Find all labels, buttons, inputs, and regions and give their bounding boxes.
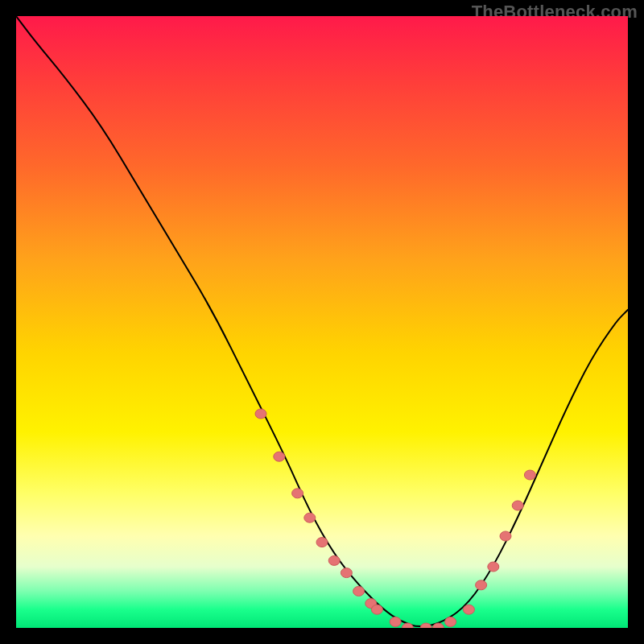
- curve-svg: [16, 16, 628, 628]
- marker-group: [255, 409, 535, 628]
- curve-marker: [402, 623, 413, 628]
- curve-marker: [500, 531, 511, 541]
- curve-marker: [463, 605, 474, 614]
- curve-marker: [341, 568, 352, 578]
- curve-marker: [353, 586, 365, 596]
- curve-marker: [524, 470, 535, 480]
- curve-marker: [476, 580, 487, 590]
- curve-marker: [316, 538, 328, 547]
- curve-marker: [371, 605, 382, 614]
- curve-marker: [292, 489, 303, 498]
- plot-area: [16, 16, 628, 628]
- curve-marker: [390, 617, 401, 626]
- curve-marker: [445, 617, 456, 626]
- curve-marker: [328, 555, 340, 565]
- chart-stage: TheBottleneck.com: [0, 0, 644, 644]
- curve-marker: [512, 501, 523, 510]
- bottleneck-curve: [16, 16, 628, 626]
- curve-marker: [420, 623, 431, 628]
- curve-marker: [304, 513, 316, 522]
- curve-marker: [255, 409, 266, 419]
- curve-marker: [274, 452, 285, 461]
- curve-marker: [488, 562, 499, 572]
